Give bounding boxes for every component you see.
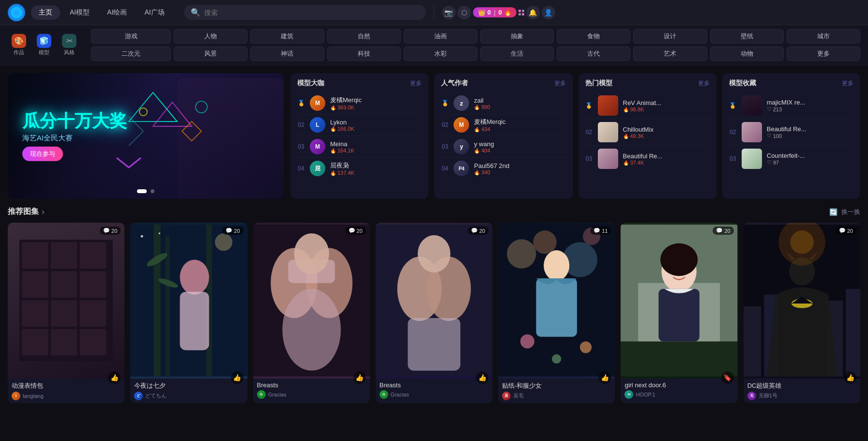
author-row-3[interactable]: 03 y y wang 404 [441,136,565,158]
gallery-like-3[interactable]: 👍 [353,371,366,384]
gallery-item-5[interactable]: 💬 11 👍 贴纸-和服少女 吴 吴毛 [498,223,615,403]
mc-row-3[interactable]: 03 Counterfeit-... ♡ 97 [729,146,853,172]
mc-row-1[interactable]: 🥇 majicMIX re... ♡ 213 [729,92,853,119]
cat-tag-design[interactable]: 设计 [633,29,707,44]
nav-home[interactable]: 主页 [31,5,60,20]
hot-model-row-2[interactable]: 02 ChilloutMix 49.3K [585,119,710,146]
hm-name-3: Beautiful Re... [623,152,710,160]
gallery-item-7[interactable]: 💬 20 👍 DC超级英雄 无 无聊1号 [744,223,860,403]
bell-icon[interactable]: 🔔 [526,6,540,19]
gallery-item-4[interactable]: 💬 20 👍 Breasts G Gracias [376,223,492,403]
cat-artwork-label: 作品 [14,49,24,56]
gallery-item-1[interactable]: 💬 20 👍 动漫表情包 t tangtang [8,223,124,403]
crown-badge[interactable]: 👑 0 | 0 🔥 [473,7,517,17]
banner-dot-2[interactable] [151,189,154,193]
gallery-item-2[interactable]: 💬 20 👍 今夜は七夕 ど どてちん [130,223,247,403]
cat-tag-city[interactable]: 城市 [787,29,860,44]
search-bar[interactable]: 🔍 [184,5,426,20]
nav-ai-model[interactable]: AI模型 [62,5,97,20]
cat-tag-character[interactable]: 人物 [174,29,247,44]
camera-icon[interactable]: 📷 [442,6,456,19]
model-collections-more-btn[interactable]: 更多 [842,79,853,88]
gallery-like-1[interactable]: 👍 [108,371,121,384]
hot-model-row-3[interactable]: 03 Beautiful Re... 37.4K [585,146,710,172]
mc-row-2[interactable]: 02 Beautiful Re... ♡ 100 [729,119,853,146]
hot-models-more-btn[interactable]: 更多 [698,79,710,88]
cat-tag-watercolor[interactable]: 水彩 [404,46,477,61]
gallery-like-4[interactable]: 👍 [476,371,488,384]
gallery-like-2[interactable]: 👍 [231,371,244,384]
hm-name-1: ReV Animat... [623,99,710,106]
cat-tag-food[interactable]: 食物 [557,29,630,44]
cat-tag-nature[interactable]: 自然 [327,29,401,44]
model-guru-more-btn[interactable]: 更多 [410,79,422,88]
promo-banner[interactable]: 瓜分十万大奖 海艺AI全民大赛 现在参与 [8,73,284,199]
model-guru-panel: 模型大咖 更多 🥇 M 麦橘Merqic 369.0K 02 L Lykon 1… [290,73,428,199]
nav-ai-paint[interactable]: AI绘画 [99,5,135,20]
author-name-text-6: HOOP.1 [636,392,655,397]
model-guru-row-1[interactable]: 🥇 M 麦橘Merqic 369.0K [297,92,422,114]
cat-tag-2d[interactable]: 二次元 [91,46,171,61]
model-guru-row-2[interactable]: 02 L Lykon 166.0K [297,114,422,136]
cat-tag-art[interactable]: 艺术 [633,46,707,61]
comment-icon-2: 💬 [226,228,232,234]
banner-cta-button[interactable]: 现在参与 [22,147,63,161]
svg-rect-40 [408,318,460,371]
cat-tag-landscape[interactable]: 风景 [174,46,247,61]
guru-avatar-1: M [310,95,325,111]
author-row-2[interactable]: 02 M 麦橘Merqic 434 [441,114,565,136]
cube-icon[interactable]: ⬡ [457,6,471,19]
gallery-badge-4: 💬 20 [468,227,488,235]
cat-tag-architecture[interactable]: 建筑 [250,29,324,44]
author-stat-2: 434 [474,126,565,132]
gallery-info-2: 今夜は七夕 ど どてちん [130,379,247,403]
hm-name-2: ChilloutMix [623,126,710,133]
hot-models-header: 热门模型 更多 [585,79,710,88]
cat-model-label: 模型 [39,49,49,56]
cat-style-btn[interactable]: ✂ 风格 [58,34,80,56]
svg-rect-58 [744,306,761,377]
cat-tag-oilpainting[interactable]: 油画 [404,29,477,44]
mc-info-1: majicMIX re... ♡ 213 [767,99,853,112]
gallery-author-row-6: H HOOP.1 [624,390,733,399]
gallery-like-5[interactable]: 👍 [598,371,611,384]
model-guru-row-4[interactable]: 04 屈 屈夜枭 137.4K [297,158,422,179]
banner-dot-1[interactable] [137,189,147,193]
user-avatar-icon[interactable]: 👤 [542,6,555,19]
cat-tag-abstract[interactable]: 抽象 [480,29,554,44]
gallery-filter-btn[interactable]: 🔄 换一换 [829,208,860,216]
nav-ai-plaza[interactable]: AI广场 [137,5,172,20]
app-logo[interactable] [8,4,25,21]
category-tags-grid: 游戏 二次元 人物 风景 建筑 神话 自然 科技 油画 水彩 抽象 生活 食物 … [91,29,860,61]
cat-tag-more[interactable]: 更多 [787,46,860,61]
model-collections-panel: 模型收藏 更多 🥇 majicMIX re... ♡ 213 02 Beauti… [722,73,860,199]
hot-model-row-1[interactable]: 🥇 ReV Animat... 98.8K [585,92,710,119]
cat-tag-ancient[interactable]: 古代 [557,46,630,61]
model-guru-row-3[interactable]: 03 M Meina 164.1K [297,136,422,158]
svg-rect-9 [22,271,48,298]
hm-rank-3: 03 [585,155,593,162]
hm-rank-2: 02 [585,129,593,136]
author-name-4: Paul567 2nd [474,162,565,169]
cat-tag-wallpaper[interactable]: 壁纸 [710,29,784,44]
gallery-item-3[interactable]: 💬 20 👍 Breasts G Gracias [253,223,370,403]
author-avatar-img-7: 无 [747,392,756,400]
gallery-author-row-1: t tangtang [12,392,121,400]
search-input[interactable] [204,9,419,16]
grid-apps-icon[interactable] [518,10,524,15]
banner-subtitle: 海艺AI全民大赛 [22,134,127,143]
cat-tag-life[interactable]: 生活 [480,46,554,61]
cat-tag-animal[interactable]: 动物 [710,46,784,61]
cat-tag-mythology[interactable]: 神话 [250,46,324,61]
author-row-1[interactable]: 🥇 z zail 990 [441,92,565,114]
cat-model-btn[interactable]: 🧊 模型 [33,34,55,56]
cat-artwork-btn[interactable]: 🎨 作品 [8,34,30,56]
gallery-like-6[interactable]: 🔖 [721,371,734,384]
author-row-4[interactable]: 04 P4 Paul567 2nd 340 [441,158,565,179]
svg-point-50 [552,354,561,364]
popular-authors-more-btn[interactable]: 更多 [554,79,566,88]
gallery-item-6[interactable]: 💬 20 🔖 girl next door.6 H HOOP.1 [621,223,737,403]
cat-tag-game[interactable]: 游戏 [91,29,171,44]
cat-tag-technology[interactable]: 科技 [327,46,401,61]
gallery-like-7[interactable]: 👍 [844,371,856,384]
